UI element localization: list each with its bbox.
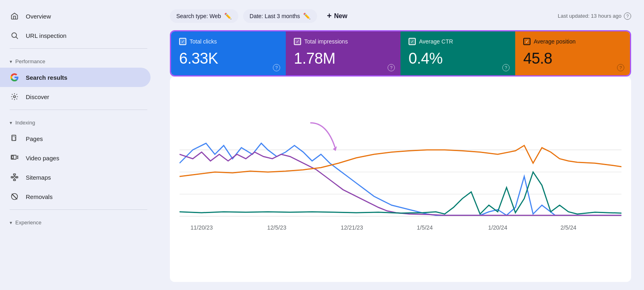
svg-line-1	[16, 37, 18, 39]
search-type-chip[interactable]: Search type: Web ✏️	[170, 9, 238, 23]
svg-line-16	[12, 194, 17, 199]
removals-icon	[10, 192, 19, 201]
sidebar-item-url-inspection[interactable]: URL inspection	[0, 26, 151, 45]
svg-rect-4	[12, 137, 15, 141]
metrics-section: ✓ Total clicks 6.33K ? ✓ Total impressio…	[170, 30, 631, 77]
sitemaps-icon	[10, 172, 19, 182]
sidebar-item-url-label: URL inspection	[26, 32, 66, 39]
metric-total-clicks[interactable]: ✓ Total clicks 6.33K ?	[171, 31, 286, 75]
metric-impressions-header: ✓ Total impressions	[294, 38, 392, 45]
home-icon	[10, 11, 19, 21]
sidebar-item-video-pages[interactable]: Video pages	[0, 148, 151, 168]
sidebar-item-sitemaps-label: Sitemaps	[26, 174, 51, 181]
metric-position-header: ✓ Average position	[523, 38, 622, 45]
svg-text:1/20/24: 1/20/24	[488, 224, 508, 231]
toolbar: Search type: Web ✏️ Date: Last 3 months …	[170, 8, 631, 24]
ctr-label: Average CTR	[419, 38, 453, 45]
google-g-icon	[10, 72, 19, 82]
metric-average-position[interactable]: ✓ Average position 45.8 ?	[515, 31, 630, 75]
sidebar: Overview URL inspection ▾ Performance Se…	[0, 0, 157, 290]
sidebar-item-search-results[interactable]: Search results	[0, 68, 151, 87]
sidebar-item-sitemaps[interactable]: Sitemaps	[0, 168, 151, 187]
sidebar-item-discover-label: Discover	[26, 93, 49, 100]
main-content: Search type: Web ✏️ Date: Last 3 months …	[157, 0, 644, 290]
performance-section-label[interactable]: ▾ Performance	[0, 52, 157, 68]
date-label: Date: Last 3 months	[250, 13, 300, 19]
sidebar-item-removals[interactable]: Removals	[0, 187, 151, 206]
svg-text:11/20/23: 11/20/23	[190, 224, 213, 231]
metric-ctr-header: ✓ Average CTR	[409, 38, 507, 45]
impressions-value: 1.78M	[294, 50, 392, 67]
chevron-down-icon: ▾	[10, 59, 12, 64]
impressions-line	[180, 152, 621, 215]
position-help-icon[interactable]: ?	[617, 64, 624, 71]
sidebar-item-removals-label: Removals	[26, 193, 53, 200]
sidebar-divider-1	[10, 48, 147, 49]
ctr-value: 0.4%	[409, 50, 507, 67]
svg-rect-6	[12, 156, 13, 159]
search-type-label: Search type: Web	[176, 13, 221, 19]
indexing-section-label[interactable]: ▾ Indexing	[0, 113, 157, 129]
sidebar-item-pages[interactable]: Pages	[0, 129, 151, 148]
sidebar-item-search-results-label: Search results	[26, 74, 67, 81]
pages-icon	[10, 134, 19, 143]
clicks-line	[180, 143, 621, 215]
position-label: Average position	[534, 38, 576, 45]
edit-search-type-icon: ✏️	[224, 12, 232, 20]
performance-chart: 11/20/23 12/5/23 12/21/23 1/5/24 1/20/24…	[180, 86, 621, 276]
search-icon	[10, 31, 19, 40]
video-pages-icon	[10, 153, 19, 163]
new-label: New	[334, 12, 347, 20]
svg-point-2	[14, 96, 16, 98]
experience-chevron-icon: ▾	[10, 220, 12, 226]
plus-icon: +	[327, 11, 332, 21]
sidebar-item-video-pages-label: Video pages	[26, 155, 59, 162]
clicks-value: 6.33K	[179, 50, 278, 67]
impressions-check-icon: ✓	[294, 38, 301, 45]
date-chip[interactable]: Date: Last 3 months ✏️	[243, 9, 317, 23]
position-check-icon: ✓	[523, 38, 530, 45]
edit-date-icon: ✏️	[303, 12, 311, 20]
sidebar-item-overview-label: Overview	[26, 13, 51, 20]
svg-text:1/5/24: 1/5/24	[417, 224, 433, 231]
svg-point-0	[12, 33, 17, 37]
ctr-help-icon[interactable]: ?	[502, 64, 510, 71]
last-updated-text: Last updated: 13 hours ago	[558, 13, 621, 19]
content-wrapper: ✓ Total clicks 6.33K ? ✓ Total impressio…	[170, 30, 631, 282]
svg-text:12/5/23: 12/5/23	[267, 224, 287, 231]
metric-average-ctr[interactable]: ✓ Average CTR 0.4% ?	[400, 31, 515, 75]
clicks-label: Total clicks	[190, 38, 217, 45]
position-value: 45.8	[523, 50, 622, 67]
sidebar-divider-2	[10, 110, 147, 110]
impressions-label: Total impressions	[304, 38, 348, 45]
svg-rect-7	[14, 174, 16, 175]
sidebar-item-pages-label: Pages	[26, 135, 43, 142]
new-button[interactable]: + New	[322, 8, 352, 24]
sidebar-divider-3	[10, 209, 147, 210]
discover-icon	[10, 92, 19, 102]
last-updated-help-icon[interactable]: ?	[624, 12, 631, 20]
svg-rect-10	[14, 179, 16, 180]
ctr-check-icon: ✓	[409, 38, 416, 45]
clicks-check-icon: ✓	[179, 38, 186, 45]
svg-text:2/5/24: 2/5/24	[560, 224, 576, 231]
impressions-help-icon[interactable]: ?	[388, 64, 395, 71]
sidebar-item-discover[interactable]: Discover	[0, 87, 151, 106]
chart-container: 11/20/23 12/5/23 12/21/23 1/5/24 1/20/24…	[170, 77, 631, 282]
indexing-chevron-icon: ▾	[10, 120, 12, 126]
sidebar-item-overview[interactable]: Overview	[0, 6, 151, 26]
clicks-help-icon[interactable]: ?	[273, 64, 280, 71]
metric-clicks-header: ✓ Total clicks	[179, 38, 278, 45]
last-updated: Last updated: 13 hours ago ?	[558, 12, 631, 20]
svg-text:12/21/23: 12/21/23	[341, 224, 363, 231]
metric-total-impressions[interactable]: ✓ Total impressions 1.78M ?	[286, 31, 400, 75]
experience-section-label[interactable]: ▾ Experience	[0, 213, 157, 229]
